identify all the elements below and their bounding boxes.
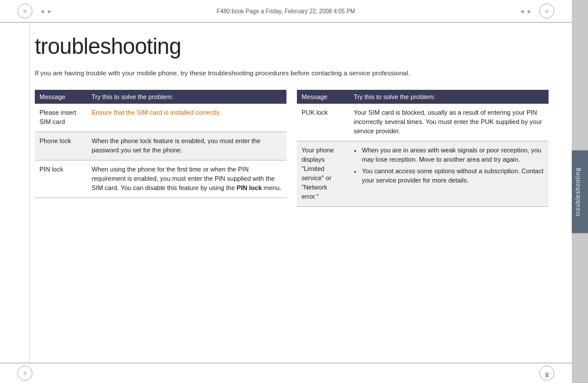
corner-arrows-right: ◄ ►: [519, 8, 532, 14]
left-row3-solution: When using the phone for the first time …: [87, 161, 286, 198]
right-col2-header: Try this to solve the problem:: [349, 90, 549, 104]
solution-bullet-list: When you are in areas with weak signals …: [354, 146, 544, 185]
left-row2-solution: When the phone lock feature is enabled, …: [87, 132, 286, 161]
right-sidebar: troubleshooting: [572, 0, 588, 383]
table-row: PIN lock When using the phone for the fi…: [35, 161, 286, 198]
page-content: troubleshooting If you are having troubl…: [0, 23, 572, 363]
table-row: Phone lock When the phone lock feature i…: [35, 132, 286, 161]
corner-arrows-left: ◄ ►: [39, 8, 53, 14]
crosshair-left: [17, 3, 32, 19]
page-letter: a: [545, 371, 549, 378]
page-title: troubleshooting: [35, 34, 549, 59]
left-col1-header: Message: [35, 90, 87, 104]
right-row1-message: PUK lock: [297, 104, 349, 141]
left-row2-message: Phone lock: [35, 132, 87, 161]
right-row2-solution: When you are in areas with weak signals …: [349, 141, 549, 207]
crosshair-right: [539, 3, 554, 19]
header-strip: ◄ ► F480.book Page a Friday, February 22…: [0, 0, 572, 23]
list-item: When you are in areas with weak signals …: [362, 146, 544, 165]
left-row1-message: Please insert SIM card: [35, 104, 87, 132]
right-troubleshoot-table: Message Try this to solve the problem: P…: [297, 90, 549, 206]
table-row: Your phone displays "Limited service" or…: [297, 141, 549, 207]
table-row: PUK lock Your SIM card is blocked, usual…: [297, 104, 549, 141]
table-row: Please insert SIM card Ensure that the S…: [35, 104, 286, 132]
right-row2-message: Your phone displays "Limited service" or…: [297, 141, 349, 207]
sidebar-label: troubleshooting: [572, 150, 588, 233]
left-row3-message: PIN lock: [35, 161, 87, 198]
header-book-info: F480.book Page a Friday, February 22, 20…: [60, 8, 513, 14]
left-table: Message Try this to solve the problem: P…: [35, 90, 286, 206]
left-troubleshoot-table: Message Try this to solve the problem: P…: [35, 90, 286, 198]
right-row1-solution: Your SIM card is blocked, usually as a r…: [349, 104, 549, 141]
intro-paragraph: If you are having trouble with your mobi…: [35, 68, 487, 78]
right-col1-header: Message: [297, 90, 349, 104]
tables-container: Message Try this to solve the problem: P…: [35, 90, 549, 206]
right-table: Message Try this to solve the problem: P…: [297, 90, 549, 206]
bottom-strip: a: [0, 363, 572, 383]
left-col2-header: Try this to solve the problem:: [87, 90, 286, 104]
left-margin-line: [29, 23, 30, 363]
list-item: You cannot access some options without a…: [362, 167, 544, 185]
left-row1-solution: Ensure that the SIM card is installed co…: [87, 104, 286, 132]
crosshair-bottom-left: [17, 366, 32, 381]
